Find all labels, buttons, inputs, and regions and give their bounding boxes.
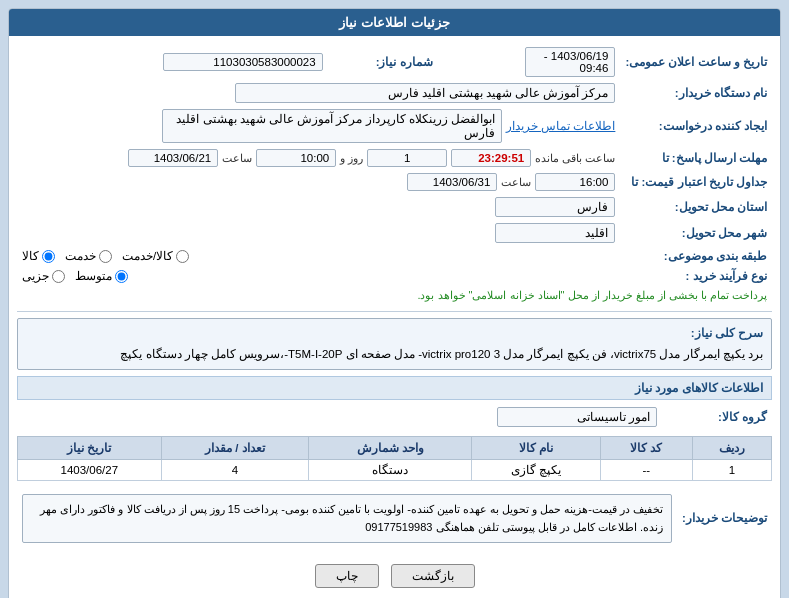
ijad-konande-link[interactable]: اطلاعات تماس خریدار (506, 119, 615, 133)
noe-motevaset-radio[interactable] (115, 270, 128, 283)
btn-row: بازگشت چاپ (17, 558, 772, 594)
nam-dastgah-value: مرکز آموزش عالی شهید بهشتی اقلید فارس (235, 83, 615, 103)
row-ijad: ایجاد کننده درخواست: اطلاعات تماس خریدار… (17, 106, 772, 146)
mohlat-saat: 10:00 (256, 149, 336, 167)
shahr-label: شهر محل تحویل: (620, 220, 772, 246)
tabaghe-kala-label: کالا (22, 249, 39, 263)
shahr-value: اقلید (495, 223, 615, 243)
mohlat-label: مهلت ارسال پاسخ: تا (620, 146, 772, 170)
ettelaat-kala-section-title: اطلاعات کالاهای مورد نیاز (17, 376, 772, 400)
col-radif: ردیف (692, 436, 771, 459)
tabaghe-khedmat-item[interactable]: خدمت (65, 249, 112, 263)
row-tozih: توضیحات خریدار: تخفیف در قیمت-هزینه حمل … (17, 487, 772, 550)
row-gorohe: گروه کالا: امور تاسیساتی (17, 404, 772, 430)
tabaghe-both-radio[interactable] (176, 250, 189, 263)
noe-label: نوع فرآیند خرید : (620, 266, 772, 286)
row-dastgah: نام دستگاه خریدار: مرکز آموزش عالی شهید … (17, 80, 772, 106)
kala-table-header: ردیف کد کالا نام کالا واحد شمارش تعداد /… (18, 436, 772, 459)
mohlat-saat-label: ساعت (222, 152, 252, 165)
mohlat-roz: 1 (367, 149, 447, 167)
mohlat-countdown-label: ساعت باقی مانده (535, 152, 615, 165)
col-vahed: واحد شمارش (309, 436, 472, 459)
shomara-label: شماره نیاز: (328, 44, 438, 80)
noe-motevaset-item[interactable]: متوسط (75, 269, 128, 283)
card-header: جزئیات اطلاعات نیاز (9, 9, 780, 36)
ijad-konande-value: ابوالفضل زرینکلاه کارپرداز مرکز آموزش عا… (162, 109, 502, 143)
col-name: نام کالا (472, 436, 601, 459)
sarh-koli-box: سرح کلی نیاز: برد یکپچ ایمرگار مدل victr… (17, 318, 772, 370)
sarh-koli-label: سرح کلی نیاز: (26, 324, 763, 342)
tarikh-label: تاریخ و ساعت اعلان عمومی: (620, 44, 772, 80)
noe-jozi-item[interactable]: جزیی (22, 269, 65, 283)
gorohe-label: گروه کالا: (662, 404, 772, 430)
tabaghe-khedmat-radio[interactable] (99, 250, 112, 263)
page-container: جزئیات اطلاعات نیاز تاریخ و ساعت اعلان ع… (0, 0, 789, 598)
tabaghe-label: طبقه بندی موضوعی: (620, 246, 772, 266)
tozih-value: تخفیف در قیمت-هزینه حمل و تحویل به عهده … (22, 494, 672, 543)
noe-radio-group: جزیی متوسط (22, 269, 615, 283)
ostan-label: استان محل تحویل: (620, 194, 772, 220)
sarh-koli-value: برد یکپچ ایمرگار مدل victrix75، فن یکپچ … (26, 345, 763, 363)
mohlat-date: 1403/06/21 (128, 149, 218, 167)
noe-jozi-radio[interactable] (52, 270, 65, 283)
jadval-saat: 16:00 (535, 173, 615, 191)
tozih-table: توضیحات خریدار: تخفیف در قیمت-هزینه حمل … (17, 487, 772, 550)
nam-dastgah-label: نام دستگاه خریدار: (620, 80, 772, 106)
row-shomara: تاریخ و ساعت اعلان عمومی: 1403/06/19 - 0… (17, 44, 772, 80)
gorohe-value: امور تاسیساتی (497, 407, 657, 427)
col-kod: کد کالا (600, 436, 692, 459)
ostan-value: فارس (495, 197, 615, 217)
divider-1 (17, 311, 772, 312)
tarikh-value: 1403/06/19 - 09:46 (525, 47, 615, 77)
col-tedad: تعداد / مقدار (161, 436, 309, 459)
tabaghe-kala-item[interactable]: کالا (22, 249, 55, 263)
mohlat-countdown: 23:29:51 (451, 149, 531, 167)
page-title: جزئیات اطلاعات نیاز (339, 15, 449, 30)
jadval-label: جداول تاریخ اعتبار قیمت: تا (620, 170, 772, 194)
kala-table: ردیف کد کالا نام کالا واحد شمارش تعداد /… (17, 436, 772, 481)
table-row: 1--یکپچ گازیدستگاه41403/06/27 (18, 459, 772, 480)
jadval-date: 1403/06/31 (407, 173, 497, 191)
pardakht-note: پرداخت تمام با بخشی از مبلغ خریدار از مح… (17, 286, 772, 305)
tabaghe-both-label: کالا/خدمت (122, 249, 173, 263)
tabaghe-kala-radio[interactable] (42, 250, 55, 263)
kala-table-body: 1--یکپچ گازیدستگاه41403/06/27 (18, 459, 772, 480)
row-shahr: شهر محل تحویل: اقلید (17, 220, 772, 246)
shomara-value: 1103030583000023 (163, 53, 323, 71)
info-table: تاریخ و ساعت اعلان عمومی: 1403/06/19 - 0… (17, 44, 772, 305)
tabaghe-kala-khedmat-item[interactable]: کالا/خدمت (122, 249, 189, 263)
back-button[interactable]: بازگشت (391, 564, 475, 588)
jadval-saat-label: ساعت (501, 176, 531, 189)
card-body: تاریخ و ساعت اعلان عمومی: 1403/06/19 - 0… (9, 36, 780, 598)
mohlat-roz-label: روز و (340, 152, 363, 165)
row-mohlat: مهلت ارسال پاسخ: تا 1403/06/21 ساعت 10:0… (17, 146, 772, 170)
col-tarikh: تاریخ نیاز (18, 436, 162, 459)
table-header-row: ردیف کد کالا نام کالا واحد شمارش تعداد /… (18, 436, 772, 459)
tozih-label: توضیحات خریدار: (677, 487, 772, 550)
row-pardakht: پرداخت تمام با بخشی از مبلغ خریدار از مح… (17, 286, 772, 305)
ijad-label: ایجاد کننده درخواست: (620, 106, 772, 146)
row-jadval: جداول تاریخ اعتبار قیمت: تا 1403/06/31 س… (17, 170, 772, 194)
row-ostan: استان محل تحویل: فارس (17, 194, 772, 220)
tabaghe-radio-group: کالا خدمت کالا/خدمت (22, 249, 615, 263)
noe-motevaset-label: متوسط (75, 269, 112, 283)
print-button[interactable]: چاپ (315, 564, 379, 588)
row-tabaghe: طبقه بندی موضوعی: کالا خدمت (17, 246, 772, 266)
tabaghe-khedmat-label: خدمت (65, 249, 96, 263)
gorohe-table: گروه کالا: امور تاسیساتی (17, 404, 772, 430)
row-noe: نوع فرآیند خرید : جزیی متوسط (17, 266, 772, 286)
noe-jozi-label: جزیی (22, 269, 49, 283)
main-card: جزئیات اطلاعات نیاز تاریخ و ساعت اعلان ع… (8, 8, 781, 598)
